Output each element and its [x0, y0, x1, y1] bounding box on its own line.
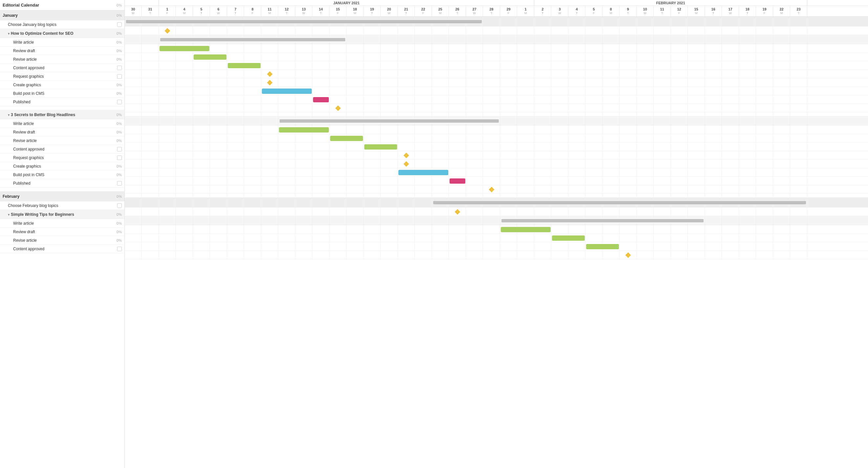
day-col-30: 10W [637, 6, 654, 16]
day-number: 18 [353, 7, 357, 11]
left-row-seo-create-graphics[interactable]: Create graphics0% [0, 81, 124, 89]
gantt-cell [244, 242, 261, 250]
left-row-seo-revise[interactable]: Revise article0% [0, 55, 124, 64]
left-row-sw-write[interactable]: Write article0% [0, 219, 124, 228]
left-row-february[interactable]: February0% [0, 192, 124, 201]
left-row-seo-review[interactable]: Review draft0% [0, 46, 124, 55]
gantt-cell [142, 134, 159, 142]
left-row-hl-create-graphics[interactable]: Create graphics0% [0, 162, 124, 171]
left-row-writing-group[interactable]: ▾Simple Writing Tips for Beginners0% [0, 210, 124, 219]
gantt-cell [142, 27, 159, 35]
left-row-hl-req-graphics[interactable]: Request graphics [0, 154, 124, 162]
gantt-cell [517, 185, 534, 194]
left-row-seo-build-cms[interactable]: Build post in CMS0% [0, 89, 124, 98]
gantt-cell [415, 234, 432, 242]
gantt-cell [671, 134, 688, 142]
task-bar[interactable] [450, 178, 465, 183]
gantt-cell [125, 234, 142, 242]
left-row-sw-revise[interactable]: Revise article0% [0, 236, 124, 245]
expand-arrow-icon[interactable]: ▾ [8, 213, 9, 216]
gantt-cell [773, 104, 790, 112]
left-row-headlines-group[interactable]: ▾3 Secrets to Better Blog Headlines0% [0, 110, 124, 120]
summary-bar [126, 20, 482, 23]
task-bar[interactable] [228, 63, 260, 68]
row-checkbox[interactable] [117, 147, 122, 152]
task-bar[interactable] [159, 46, 209, 51]
left-row-seo-approved[interactable]: Content approved [0, 64, 124, 72]
task-bar[interactable] [313, 97, 329, 102]
day-number: 5 [593, 7, 595, 11]
task-bar[interactable] [330, 136, 363, 141]
gantt-cell [671, 17, 688, 26]
task-bar[interactable] [501, 227, 551, 232]
left-row-hl-approved[interactable]: Content approved [0, 145, 124, 154]
row-checkbox[interactable] [117, 156, 122, 160]
gantt-panel[interactable]: JANUARY 2021FEBRUARY 2021 30W31T1F4M5T6W… [125, 0, 868, 468]
gantt-cell [125, 126, 142, 134]
day-col-21: 28T [483, 6, 500, 16]
gantt-cell [449, 143, 466, 151]
left-row-seo-write[interactable]: Write article0% [0, 38, 124, 46]
gantt-cell [227, 143, 244, 151]
gantt-cell [210, 143, 227, 151]
gantt-cell [227, 134, 244, 142]
gantt-cell [159, 78, 176, 87]
left-row-hl-revise[interactable]: Revise article0% [0, 136, 124, 145]
task-bar[interactable] [279, 127, 329, 133]
gantt-cell [278, 78, 296, 87]
gantt-row-14 [125, 134, 868, 143]
row-checkbox[interactable] [117, 100, 122, 104]
gantt-cell [671, 225, 688, 234]
gantt-cell [517, 87, 534, 95]
left-row-seo-group[interactable]: ▾How to Optimize Content for SEO0% [0, 29, 124, 38]
task-bar[interactable] [586, 244, 619, 249]
row-checkbox[interactable] [117, 66, 122, 70]
gantt-cell [483, 35, 500, 44]
gantt-row-3 [125, 44, 868, 53]
row-checkbox[interactable] [117, 181, 122, 186]
row-checkbox[interactable] [117, 203, 122, 208]
gantt-cell [534, 234, 551, 242]
left-row-hl-build-cms[interactable]: Build post in CMS0% [0, 171, 124, 179]
row-checkbox[interactable] [117, 247, 122, 251]
task-bar[interactable] [194, 55, 226, 60]
left-row-sw-approved[interactable]: Content approved [0, 245, 124, 253]
left-row-sw-review[interactable]: Review draft0% [0, 228, 124, 236]
left-row-hl-published[interactable]: Published [0, 179, 124, 188]
gantt-cell [483, 234, 500, 242]
gantt-cell [330, 234, 346, 242]
gantt-cell [722, 251, 739, 259]
gantt-cell [551, 44, 568, 53]
gantt-cell [278, 151, 296, 159]
gantt-cell [415, 44, 432, 53]
expand-arrow-icon[interactable]: ▾ [8, 32, 9, 35]
left-row-hl-review[interactable]: Review draft0% [0, 128, 124, 136]
gantt-cell [193, 78, 210, 87]
left-row-seo-req-graphics[interactable]: Request graphics [0, 72, 124, 81]
expand-arrow-icon[interactable]: ▾ [8, 113, 9, 117]
gantt-cell [227, 104, 244, 112]
row-checkbox[interactable] [117, 22, 122, 27]
day-number: 12 [284, 7, 288, 11]
gantt-cell [312, 208, 330, 216]
task-bar[interactable] [398, 170, 448, 175]
left-row-hl-write[interactable]: Write article0% [0, 120, 124, 128]
gantt-cell [790, 17, 807, 26]
left-row-january[interactable]: January0% [0, 10, 124, 20]
gantt-cell [278, 27, 296, 35]
task-bar[interactable] [364, 144, 397, 149]
gantt-cell [671, 70, 688, 78]
task-bar[interactable] [552, 235, 585, 241]
gantt-cell [346, 78, 364, 87]
gantt-row-7 [125, 78, 868, 87]
task-bar[interactable] [262, 89, 312, 94]
row-checkbox[interactable] [117, 74, 122, 79]
left-row-choose-jan[interactable]: Choose January blog topics [0, 20, 124, 29]
gantt-cell [278, 251, 296, 259]
left-row-choose-feb[interactable]: Choose February blog topics [0, 201, 124, 210]
day-number: 8 [251, 7, 253, 11]
left-row-seo-published[interactable]: Published [0, 98, 124, 106]
gantt-cell [210, 185, 227, 194]
gantt-cell [278, 225, 296, 234]
gantt-cell [773, 53, 790, 61]
